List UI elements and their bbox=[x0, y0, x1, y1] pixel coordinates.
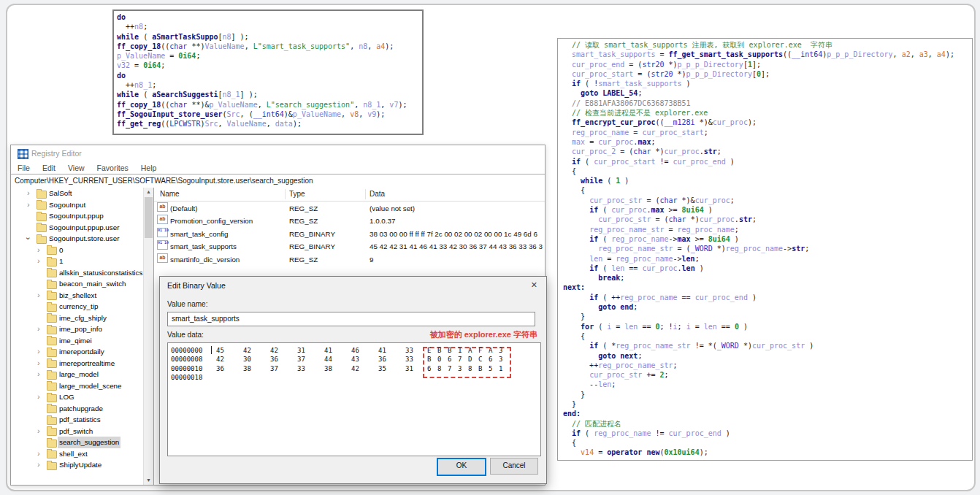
tree-item-patchupgrade[interactable]: patchupgrade bbox=[11, 403, 143, 415]
registry-value-row[interactable]: 01 10smart_task_supportsREG_BINARY45 42 … bbox=[154, 240, 545, 253]
code-line: cur_proc_str = (char *)&cur_proc; bbox=[563, 196, 972, 205]
cancel-button[interactable]: Cancel bbox=[490, 458, 538, 475]
hex-byte: 42 bbox=[216, 355, 224, 364]
column-header-data[interactable]: Data bbox=[370, 188, 385, 200]
tree-item-ShiplyUpdate[interactable]: ›ShiplyUpdate bbox=[11, 459, 143, 471]
ascii-char: 3 bbox=[499, 346, 502, 355]
ascii-char: B bbox=[437, 346, 441, 355]
tree-item-large_model_scene[interactable]: large_model_scene bbox=[11, 380, 143, 392]
tree-item-ime_qimei[interactable]: ime_qimei bbox=[11, 335, 143, 347]
regedit-address-bar[interactable]: Computer\HKEY_CURRENT_USER\SOFTWARE\Sogo… bbox=[11, 174, 545, 189]
registry-value-row[interactable]: 01 10smart_task_configREG_BINARY38 03 00… bbox=[154, 228, 545, 240]
column-header-name[interactable]: Name bbox=[160, 188, 180, 200]
menu-item-help[interactable]: Help bbox=[141, 164, 157, 172]
scroll-up-icon[interactable]: ▲ bbox=[144, 188, 153, 196]
tree-item-ime_pop_info[interactable]: ›ime_pop_info bbox=[11, 323, 143, 335]
close-icon[interactable]: ✕ bbox=[531, 280, 537, 290]
screenshot-canvas: do ++n8;while ( aSmartTaskSuppo[n8] );ff… bbox=[0, 0, 980, 495]
tree-item-biz_shellext[interactable]: ›biz_shellext bbox=[11, 290, 143, 302]
column-header-type[interactable]: Type bbox=[289, 188, 305, 200]
chevron-right-icon[interactable]: › bbox=[37, 346, 40, 357]
ascii-char: 6 bbox=[489, 355, 492, 364]
registry-value-row[interactable]: absmartinfo_dic_versionREG_SZ9 bbox=[154, 253, 545, 266]
code-line: reg_proc_name = cur_proc_start; bbox=[563, 128, 972, 137]
tree-item-SogouInput.store.user[interactable]: ›SogouInput.store.user bbox=[11, 233, 143, 245]
scroll-down-icon[interactable]: ▼ bbox=[144, 476, 153, 485]
tree-scrollbar[interactable]: ▲ ▼ bbox=[143, 188, 153, 485]
ascii-char: B bbox=[448, 346, 451, 355]
hex-offset: 00000008 bbox=[171, 355, 202, 364]
column-divider[interactable] bbox=[285, 189, 286, 199]
tree-item-imereportdaily[interactable]: ›imereportdaily bbox=[11, 346, 143, 358]
chevron-right-icon[interactable]: › bbox=[27, 188, 30, 199]
tree-item-large_model[interactable]: ›large_model bbox=[11, 369, 143, 380]
tree-item-label: SogouInput bbox=[49, 199, 85, 211]
tree-item-SalSoft[interactable]: ›SalSoft bbox=[11, 188, 143, 199]
code-line: ff_encrypt_cur_proc((__m128i *)&cur_proc… bbox=[563, 118, 972, 127]
value-data: 45 42 42 31 41 46 41 33 42 30 36 37 44 4… bbox=[370, 240, 543, 253]
code-line: ++n8; bbox=[117, 22, 419, 31]
tree-item-LOG[interactable]: ›LOG bbox=[11, 391, 143, 403]
menu-item-view[interactable]: View bbox=[68, 164, 85, 172]
tree-item-SogouInput[interactable]: ›SogouInput bbox=[11, 199, 143, 211]
menu-item-edit[interactable]: Edit bbox=[42, 164, 55, 172]
tree-item-currency_tip[interactable]: currency_tip bbox=[11, 301, 143, 312]
chevron-right-icon[interactable]: › bbox=[37, 369, 40, 380]
regedit-titlebar[interactable]: Registry Editor bbox=[11, 145, 545, 161]
column-divider[interactable] bbox=[365, 189, 366, 199]
code-line: next: bbox=[563, 283, 972, 292]
value-name-field[interactable]: smart_task_supports bbox=[167, 312, 535, 326]
registry-value-row[interactable]: ab(Default)REG_SZ(value not set) bbox=[154, 202, 545, 215]
tree-item-pdf_switch[interactable]: ›pdf_switch bbox=[11, 426, 143, 437]
chevron-right-icon[interactable]: › bbox=[37, 448, 40, 459]
dialog-title: Edit Binary Value bbox=[167, 281, 226, 290]
chevron-right-icon[interactable]: › bbox=[37, 323, 40, 334]
tree-item-allskin_statusiconstatistics[interactable]: allskin_statusiconstatistics bbox=[11, 267, 143, 279]
chevron-right-icon[interactable]: › bbox=[37, 426, 40, 437]
chevron-down-icon[interactable]: › bbox=[23, 237, 34, 240]
hex-editor[interactable]: 000000004542423141464133EBB1AFA300000008… bbox=[167, 342, 541, 456]
menu-item-favorites[interactable]: Favorites bbox=[97, 164, 129, 172]
tree-item-label: patchupgrade bbox=[59, 403, 103, 415]
edit-binary-value-dialog: Edit Binary Value ✕ Value name: smart_ta… bbox=[159, 276, 547, 484]
chevron-right-icon[interactable]: › bbox=[37, 290, 40, 301]
code-line: ff_copy_18((char **)&p_ValueName, L"sear… bbox=[117, 100, 419, 110]
scrollbar-thumb[interactable] bbox=[145, 197, 153, 238]
code-line: goto next; bbox=[563, 351, 972, 361]
chevron-right-icon[interactable]: › bbox=[27, 199, 30, 210]
code-line: } bbox=[563, 312, 972, 321]
ok-button[interactable]: OK bbox=[437, 458, 486, 476]
registry-key-tree: ›SalSoft›SogouInputSogouInput.ppupSogouI… bbox=[11, 188, 143, 485]
registry-value-row[interactable]: abPromotion_config_versionREG_SZ1.0.0.37 bbox=[154, 215, 545, 227]
tree-item-SogouInput.ppup[interactable]: SogouInput.ppup bbox=[11, 210, 143, 222]
value-type: REG_SZ bbox=[289, 215, 318, 227]
hex-byte: 41 bbox=[378, 346, 386, 355]
chevron-right-icon[interactable]: › bbox=[37, 391, 40, 402]
tree-item-pdf_statistics[interactable]: pdf_statistics bbox=[11, 414, 143, 426]
tree-item-SogouInput.ppup.user[interactable]: SogouInput.ppup.user bbox=[11, 222, 143, 234]
code-line: } bbox=[563, 390, 972, 399]
hex-byte: 36 bbox=[378, 355, 386, 364]
tree-item-0[interactable]: ›0 bbox=[11, 245, 143, 256]
folder-icon bbox=[47, 417, 57, 425]
code-line: { bbox=[563, 166, 972, 176]
code-line: { bbox=[563, 331, 972, 341]
code-line: { bbox=[563, 185, 972, 195]
tree-item-ime_cfg_shiply[interactable]: ime_cfg_shiply bbox=[11, 312, 143, 324]
chevron-right-icon[interactable]: › bbox=[37, 459, 40, 470]
code-line: cur_proc_str += 2; bbox=[563, 370, 972, 380]
folder-icon bbox=[47, 394, 57, 402]
chevron-right-icon[interactable]: › bbox=[37, 256, 40, 266]
tree-item-shell_ext[interactable]: ›shell_ext bbox=[11, 448, 143, 460]
value-name: (Default) bbox=[170, 202, 198, 215]
tree-item-imereportrealtime[interactable]: ›imereportrealtime bbox=[11, 358, 143, 369]
chevron-right-icon[interactable]: › bbox=[37, 358, 40, 369]
hex-row: 00000010363837333842353168738B51 bbox=[168, 364, 540, 373]
menu-item-file[interactable]: File bbox=[18, 164, 30, 172]
tree-item-search_suggestion[interactable]: search_suggestion bbox=[11, 437, 143, 448]
tree-item-1[interactable]: ›1 bbox=[11, 256, 143, 267]
hex-byte: 31 bbox=[297, 346, 305, 355]
chevron-right-icon[interactable]: › bbox=[37, 245, 40, 256]
code-line: if ( len == cur_proc.len ) bbox=[563, 264, 972, 273]
tree-item-beacon_main_switch[interactable]: beacon_main_switch bbox=[11, 278, 143, 290]
